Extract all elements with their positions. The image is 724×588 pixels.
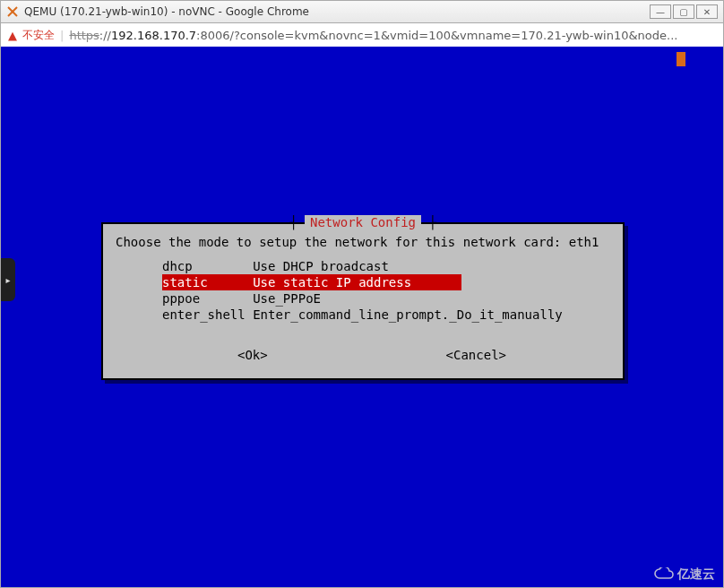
window-title: QEMU (170.21-ywb-win10) - noVNC - Google…: [24, 5, 309, 18]
title-right-glyph: ├: [421, 215, 436, 229]
dialog-buttons: <Ok> <Cancel>: [112, 323, 614, 362]
minimize-button[interactable]: —: [650, 4, 671, 19]
status-indicator: [677, 52, 685, 66]
vnc-viewport[interactable]: ▸ ┤ Network Config ├ Choose the mode to …: [0, 47, 724, 588]
url-rest: :8006/?console=kvm&novnc=1&vmid=100&vmna…: [196, 29, 677, 42]
url-host: 192.168.170.7: [111, 29, 196, 42]
network-config-dialog: ┤ Network Config ├ Choose the mode to se…: [101, 222, 625, 380]
dialog-title: Network Config: [305, 215, 421, 229]
watermark-text: 亿速云: [677, 566, 715, 583]
title-left-glyph: ┤: [289, 215, 305, 229]
url-text: https://192.168.170.7:8006/?console=kvm&…: [69, 29, 716, 42]
qemu-icon: [6, 5, 19, 18]
window-controls: — ▢ ✕: [650, 4, 718, 19]
url-sep: ://: [99, 29, 111, 42]
url-scheme: https: [69, 29, 99, 42]
options-menu: dhcp Use DHCP broadcast static Use stati…: [112, 258, 614, 323]
option-pppoe[interactable]: pppoe Use_PPPoE: [162, 290, 614, 307]
dialog-title-row: ┤ Network Config ├: [112, 215, 614, 229]
option-static[interactable]: static Use static IP address: [162, 274, 461, 290]
option-enter-shell[interactable]: enter_shell Enter_command_line_prompt._D…: [162, 307, 614, 323]
cloud-icon: [654, 567, 674, 583]
window-titlebar: QEMU (170.21-ywb-win10) - noVNC - Google…: [0, 0, 724, 23]
maximize-button[interactable]: ▢: [673, 4, 694, 19]
novnc-side-tab[interactable]: ▸: [1, 258, 15, 301]
not-secure-icon: ▲: [8, 29, 17, 42]
address-bar[interactable]: ▲ 不安全 | https://192.168.170.7:8006/?cons…: [0, 23, 724, 47]
address-separator: |: [60, 29, 64, 42]
ok-button[interactable]: <Ok>: [237, 348, 268, 362]
option-dhcp[interactable]: dhcp Use DHCP broadcast: [162, 258, 614, 274]
cancel-button[interactable]: <Cancel>: [446, 348, 506, 362]
dialog-prompt: Choose the mode to setup the network for…: [112, 233, 614, 258]
chevron-right-icon: ▸: [5, 275, 10, 285]
not-secure-label: 不安全: [22, 28, 55, 43]
close-button[interactable]: ✕: [696, 4, 718, 19]
watermark: 亿速云: [654, 566, 715, 583]
